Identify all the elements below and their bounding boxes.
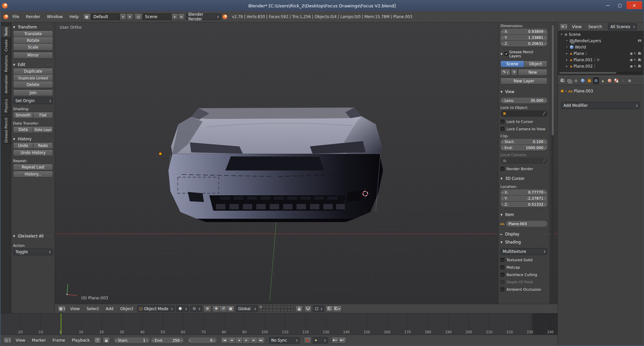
sync-mode-select[interactable]: No Sync: [269, 337, 300, 344]
render-border-checkbox[interactable]: [500, 167, 504, 171]
layer-toggle[interactable]: [259, 305, 262, 308]
gp-add-button[interactable]: +: [511, 69, 518, 76]
set-origin-select[interactable]: Set Origin: [13, 97, 53, 104]
duplicate-linked-button[interactable]: Duplicate Linked: [13, 75, 53, 81]
scrollbar-thumb[interactable]: [552, 25, 554, 135]
object-name-field[interactable]: Plane.003: [506, 221, 547, 227]
menu-window[interactable]: Window: [44, 13, 65, 20]
car-model[interactable]: [168, 108, 383, 222]
outliner-display-mode-select[interactable]: All Scenes: [608, 23, 637, 30]
close-button[interactable]: ×: [627, 1, 642, 9]
disclosure-icon[interactable]: ▾: [560, 33, 563, 36]
duplicate-button[interactable]: Duplicate: [13, 68, 53, 75]
mirror-button[interactable]: Mirror: [13, 52, 53, 59]
tab-render[interactable]: [559, 77, 566, 84]
redo-button[interactable]: Redo: [33, 142, 53, 149]
eye-icon[interactable]: ◉: [630, 52, 633, 55]
lock-camera-row[interactable]: Lock Camera to View: [500, 127, 547, 131]
join-button[interactable]: Join: [13, 89, 53, 96]
local-camera-field[interactable]: ╱: [500, 158, 547, 164]
panel-header-view[interactable]: ▼View┄┄┄: [500, 89, 547, 94]
decrement-icon[interactable]: ◂: [502, 30, 503, 33]
tab-tools[interactable]: Tools: [1, 25, 11, 38]
cursor-z-field[interactable]: ◂Z:0.51332▸: [500, 202, 547, 207]
tab-object[interactable]: [586, 77, 592, 84]
gp-object-toggle[interactable]: Object: [524, 61, 548, 67]
opengl-render-image-button[interactable]: [326, 305, 333, 312]
scrollbar-thumb[interactable]: [559, 72, 616, 74]
editor-type-button[interactable]: ▦: [58, 305, 66, 312]
lock-time-toggle[interactable]: [103, 337, 110, 344]
start-frame-field[interactable]: ◂Start:1▸: [114, 338, 150, 343]
translate-button[interactable]: Translate: [13, 30, 53, 37]
ambient-occlusion-row[interactable]: Ambient Occlusion: [500, 287, 547, 292]
tab-object-data[interactable]: ▲: [600, 77, 606, 84]
menu-file[interactable]: File: [10, 13, 22, 20]
increment-icon[interactable]: ▸: [545, 197, 546, 200]
panel-grip[interactable]: ┄┄┄: [47, 63, 53, 66]
dimension-x-field[interactable]: ◂X:0.93809▸: [500, 29, 547, 34]
layer-toggle[interactable]: [281, 305, 284, 308]
increment-icon[interactable]: ▸: [545, 140, 546, 143]
scale-button[interactable]: Scale: [13, 44, 53, 51]
increment-icon[interactable]: ▸: [545, 191, 546, 194]
matcap-row[interactable]: Matcap: [500, 265, 547, 270]
render-toggle-icon[interactable]: [638, 59, 641, 61]
textured-solid-checkbox[interactable]: [500, 258, 504, 262]
object-origin-dot[interactable]: [159, 152, 162, 155]
decrement-icon[interactable]: ◂: [152, 339, 154, 342]
menu-frame[interactable]: Frame: [50, 337, 68, 344]
add-modifier-select[interactable]: Add Modifier: [561, 102, 640, 109]
opengl-render-anim-button[interactable]: ▶: [333, 305, 342, 312]
eyedropper-icon[interactable]: ╱: [543, 159, 545, 162]
pivot-center-select[interactable]: ⊙: [190, 305, 202, 312]
decrement-icon[interactable]: ◂: [502, 99, 503, 102]
menu-marker[interactable]: Marker: [29, 337, 48, 344]
tab-scene[interactable]: ◎: [573, 77, 579, 84]
repeat-last-button[interactable]: Repeat Last: [13, 164, 53, 170]
menu-select[interactable]: Select: [84, 305, 102, 312]
transform-orientation-select[interactable]: Global: [236, 305, 258, 312]
screen-layout-name[interactable]: Default: [91, 13, 120, 20]
eye-icon[interactable]: ◉: [630, 58, 633, 62]
layer-toggle[interactable]: [269, 305, 272, 308]
outliner-row-scene[interactable]: ▾ ◎ Scene: [558, 31, 644, 38]
panel-grip[interactable]: ┄┄┄: [541, 232, 547, 236]
panel-grip[interactable]: ┄┄┄: [47, 25, 53, 29]
render-border-row[interactable]: Render Border: [500, 166, 547, 171]
decrement-icon[interactable]: ◂: [502, 146, 503, 149]
tab-relations[interactable]: Relations: [1, 55, 11, 72]
menu-view[interactable]: View: [569, 23, 584, 30]
editor-type-button[interactable]: ≡: [560, 23, 568, 30]
snap-element-select[interactable]: [313, 305, 324, 312]
decrement-icon[interactable]: ◂: [502, 203, 503, 206]
remove-layout-button[interactable]: ×: [126, 13, 133, 20]
panel-header-history[interactable]: ▼History┄┄┄: [13, 136, 53, 142]
layer-toggle[interactable]: [273, 305, 276, 308]
tab-physics[interactable]: Physics: [1, 98, 11, 114]
tab-render-layers[interactable]: [566, 77, 572, 84]
tab-texture[interactable]: [613, 77, 619, 84]
flat-button[interactable]: Flat: [33, 112, 53, 119]
data-layout-button[interactable]: Data Layo: [33, 126, 53, 133]
jump-to-start-button[interactable]: |◀◀: [221, 337, 228, 344]
increment-icon[interactable]: ▸: [545, 146, 546, 149]
increment-icon[interactable]: ▸: [545, 30, 546, 33]
increment-icon[interactable]: ▸: [147, 339, 148, 342]
layer-toggle[interactable]: [287, 309, 290, 312]
matcap-checkbox[interactable]: [500, 265, 504, 269]
tab-grease-pencil[interactable]: Grease Pencil: [1, 117, 11, 144]
action-toggle-select[interactable]: Toggle: [13, 249, 53, 255]
backface-culling-row[interactable]: Backface Culling: [500, 272, 547, 277]
panel-header-item[interactable]: ▼Item┄┄┄: [500, 212, 547, 217]
backface-culling-checkbox[interactable]: [500, 273, 504, 277]
current-frame-field[interactable]: ◂0▸: [188, 338, 217, 343]
decrement-icon[interactable]: ◂: [189, 339, 191, 342]
rotate-manipulator-toggle[interactable]: ↺: [220, 305, 227, 312]
outliner-row-plane-002[interactable]: ▸ ▲ Plane.002 | ◉↖: [558, 63, 644, 69]
disclosure-icon[interactable]: ▸: [565, 58, 569, 61]
lock-camera-checkbox[interactable]: [500, 127, 504, 131]
panel-header-shading[interactable]: ▼Shading┄┄┄: [500, 239, 547, 245]
use-preview-range-toggle[interactable]: [94, 337, 101, 344]
panel-header-3d-cursor[interactable]: ▼3D Cursor┄┄┄: [500, 176, 547, 181]
